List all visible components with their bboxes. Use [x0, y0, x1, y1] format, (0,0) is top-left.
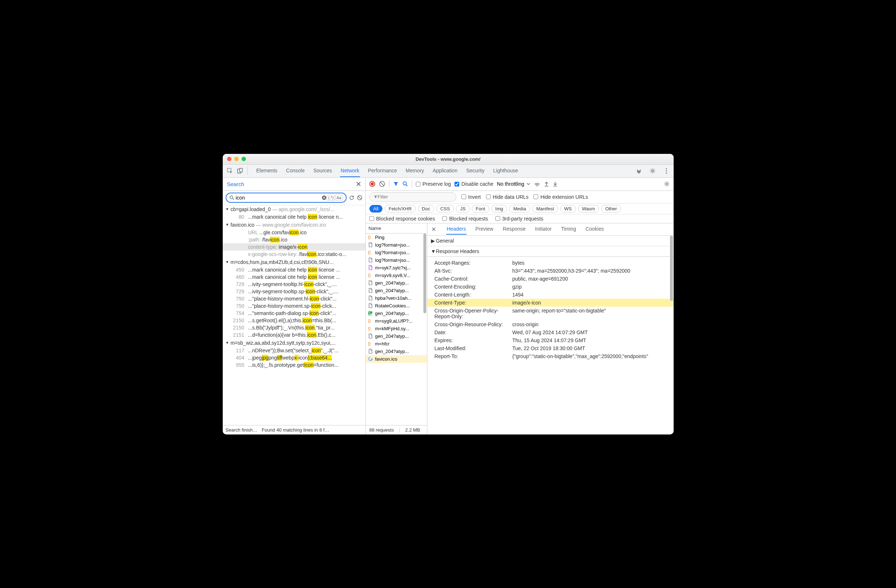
close-detail-icon[interactable]: ✕ [430, 226, 438, 233]
kebab-menu-icon[interactable] [661, 166, 672, 176]
throttling-select[interactable]: No throttling [497, 181, 530, 187]
request-row[interactable]: {}Ping [366, 233, 427, 241]
request-row[interactable]: gen_204?atyp... [366, 279, 427, 287]
panel-tab-performance[interactable]: Performance [367, 165, 398, 177]
case-toggle[interactable]: Aa [335, 195, 343, 201]
response-header-row[interactable]: Expires:Thu, 15 Aug 2024 14:07:29 GMT [427, 337, 674, 344]
search-network-icon[interactable] [402, 181, 408, 187]
scrollbar[interactable] [424, 233, 426, 313]
settings-gear-icon[interactable] [648, 166, 658, 176]
request-row[interactable]: RotateCookies... [366, 302, 427, 309]
search-group-header[interactable]: ▼m=cdos,hsm,jsa,mb4ZUb,d,csi,cEt90b,SNU.… [223, 258, 366, 266]
search-result-line[interactable]: 404...jpegjpgpngtiffwebpx-icon);base64..… [223, 354, 366, 361]
request-row[interactable]: m=syk7,sylc?xj... [366, 264, 427, 271]
blocked-requests-checkbox[interactable]: Blocked requests [442, 216, 488, 222]
search-result-line[interactable]: 2150...s.Bb("Jylpdf");_.Vn(this.icon,"ti… [223, 324, 366, 331]
search-group-header[interactable]: ▼m=sb_wiz,aa,abd,sy12d,sytt,sytp,sy12c,s… [223, 339, 366, 347]
panel-tab-console[interactable]: Console [285, 165, 305, 177]
type-chip-js[interactable]: JS [456, 205, 469, 213]
record-button[interactable] [369, 181, 375, 187]
invert-checkbox[interactable]: Invert [462, 194, 481, 200]
filter-input[interactable] [378, 194, 453, 200]
filter-funnel-icon[interactable] [393, 181, 399, 187]
request-row[interactable]: {}m=syv9,syv8,V... [366, 271, 427, 279]
detail-tab-headers[interactable]: Headers [446, 224, 467, 235]
search-result-line[interactable]: 460...mark canonical cite help icon lice… [223, 273, 366, 280]
search-group-header[interactable]: ▼cb=gapi.loaded_0 — apis.google.com/_/sc… [223, 205, 366, 213]
network-conditions-icon[interactable] [534, 181, 540, 186]
panel-tab-lighthouse[interactable]: Lighthouse [492, 165, 519, 177]
request-row[interactable]: {}m=hfcr [366, 340, 427, 347]
type-chip-ws[interactable]: WS [560, 205, 576, 213]
network-settings-gear-icon[interactable] [663, 181, 670, 187]
type-chip-media[interactable]: Media [509, 205, 530, 213]
download-har-icon[interactable] [553, 181, 558, 187]
request-row[interactable]: {}log?format=jso... [366, 249, 427, 256]
request-row[interactable]: gen_204?atyp... [366, 287, 427, 294]
type-chip-all[interactable]: All [369, 205, 382, 213]
detail-tab-timing[interactable]: Timing [560, 224, 577, 235]
panel-tab-memory[interactable]: Memory [405, 165, 425, 177]
detail-tab-cookies[interactable]: Cookies [585, 224, 605, 235]
panel-tab-elements[interactable]: Elements [256, 165, 278, 177]
response-header-row[interactable]: Cross-Origin-Opener-Policy-Report-Only:s… [427, 307, 674, 320]
search-result-line[interactable]: 754..."semantic-path-dialog.sp-icon-clic… [223, 309, 366, 317]
response-header-row[interactable]: Date:Wed, 07 Aug 2024 14:07:29 GMT [427, 328, 674, 337]
response-header-row[interactable]: Accept-Ranges:bytes [427, 259, 674, 267]
panel-tab-sources[interactable]: Sources [312, 165, 332, 177]
clear-search-icon[interactable] [322, 195, 327, 200]
search-result-line[interactable]: 117...nDReve"));Bw.set("select_icon",_.J… [223, 347, 366, 354]
clear-log-icon[interactable] [379, 181, 386, 187]
detail-tab-preview[interactable]: Preview [474, 224, 494, 235]
type-chip-other[interactable]: Other [601, 205, 621, 213]
search-result-line[interactable]: URL ...gle.com/favicon.ico [223, 229, 366, 236]
more-tabs-icon[interactable] [634, 166, 644, 176]
request-row[interactable]: hpba?vet=10ah... [366, 294, 427, 302]
search-result-line[interactable]: 80...mark canonical cite help icon licen… [223, 213, 366, 221]
search-result-line[interactable]: content-type: image/x-icon [223, 243, 366, 251]
request-row[interactable]: log?format=jso... [366, 256, 427, 264]
type-chip-manifest[interactable]: Manifest [532, 205, 558, 213]
hide-extension-urls-checkbox[interactable]: Hide extension URLs [533, 194, 588, 200]
third-party-checkbox[interactable]: 3rd-party requests [495, 216, 544, 222]
request-row[interactable]: log?format=jso... [366, 241, 427, 249]
search-result-line[interactable]: 2150...s.getRoot().el(),a);this.icon=thi… [223, 317, 366, 324]
type-chip-css[interactable]: CSS [436, 205, 454, 213]
search-result-line[interactable]: 729...ivity-segment-tooltip.hl-icon-clic… [223, 280, 366, 288]
search-result-line[interactable]: 955...is,6)};_.fs.prototype.getIcon=func… [223, 361, 366, 369]
inspect-element-icon[interactable] [225, 166, 235, 176]
name-column-header[interactable]: Name [366, 223, 427, 233]
clear-results-icon[interactable] [357, 195, 363, 201]
detail-tab-response[interactable]: Response [502, 224, 526, 235]
hide-data-urls-checkbox[interactable]: Hide data URLs [486, 194, 529, 200]
upload-har-icon[interactable] [544, 181, 549, 187]
regex-toggle[interactable]: (.*) [327, 195, 335, 201]
search-result-line[interactable]: 450...mark canonical cite help icon lice… [223, 266, 366, 273]
request-row[interactable]: favicon.ico [366, 355, 427, 363]
type-chip-fetch-xhr[interactable]: Fetch/XHR [385, 205, 416, 213]
device-toolbar-icon[interactable] [235, 166, 245, 176]
response-header-row[interactable]: Alt-Svc:h3=":443"; ma=2592000,h3-29=":44… [427, 267, 674, 275]
response-header-row[interactable]: Report-To:{"group":"static-on-bigtable",… [427, 352, 674, 360]
response-header-row[interactable]: Content-Encoding:gzip [427, 283, 674, 291]
general-section-header[interactable]: ▶ General [427, 236, 674, 246]
request-row[interactable]: gen_204?atyp... [366, 309, 427, 317]
search-result-line[interactable]: x-google-scs-row-key: /favicon.ico:stati… [223, 251, 366, 258]
request-row[interactable]: {}m=kMFpHd,sy... [366, 325, 427, 332]
type-chip-font[interactable]: Font [472, 205, 489, 213]
preserve-log-checkbox[interactable]: Preserve log [416, 181, 451, 187]
response-header-row[interactable]: Last-Modified:Tue, 22 Oct 2019 18:30:00 … [427, 344, 674, 352]
request-row[interactable]: {}m=syg9,aLUfP?... [366, 317, 427, 325]
search-result-line[interactable]: 729...ivity-segment-tooltip.sp-icon-clic… [223, 288, 366, 295]
search-result-line[interactable]: :path: /favicon.ico [223, 236, 366, 243]
response-header-row[interactable]: Content-Type:image/x-icon [427, 299, 674, 307]
request-row[interactable]: gen_204?atyp... [366, 347, 427, 355]
panel-tab-security[interactable]: Security [465, 165, 485, 177]
type-chip-img[interactable]: Img [491, 205, 507, 213]
search-input[interactable] [236, 195, 322, 201]
response-headers-section-header[interactable]: ▼ Response Headers [427, 246, 674, 257]
response-header-row[interactable]: Cache-Control:public, max-age=691200 [427, 275, 674, 283]
refresh-search-icon[interactable] [349, 195, 355, 201]
search-result-line[interactable]: 750..."place-history-moment.sp-icon-clic… [223, 302, 366, 309]
detail-tab-initiator[interactable]: Initiator [534, 224, 552, 235]
